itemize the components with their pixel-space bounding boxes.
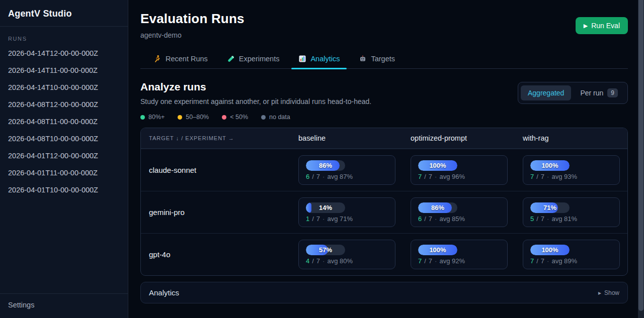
score-cell[interactable]: 86% 6 / 7 · avg 85% — [411, 197, 508, 227]
pass-count: 6 — [306, 173, 309, 180]
run-list-item[interactable]: 2026-04-01T10-00-00-000Z — [0, 181, 128, 198]
score-cell[interactable]: 100% 7 / 7 · avg 92% — [411, 240, 508, 269]
column-header-optimized-prompt: optimized-prompt — [411, 134, 523, 142]
score-percent: 14% — [306, 202, 345, 213]
avg-score: avg 89% — [551, 257, 577, 265]
analytics-panel-title: Analytics — [149, 288, 179, 297]
tab-label: Targets — [371, 55, 395, 63]
pass-count: 1 — [306, 215, 309, 223]
gray-dot-icon — [261, 115, 266, 120]
analyze-subtitle: Study one experiment against another, or… — [140, 97, 371, 105]
target-label: gpt-4o — [141, 250, 298, 259]
cell-stats: 7 / 7 · avg 93% — [530, 173, 612, 180]
legend-label: no data — [269, 114, 290, 121]
pass-count: 7 — [418, 173, 422, 180]
matrix-header-row: TARGET ↓ / EXPERIMENT → baseline optimiz… — [141, 128, 627, 149]
run-list-item[interactable]: 2026-04-08T11-00-00-000Z — [0, 113, 128, 130]
avg-score: avg 96% — [439, 173, 465, 180]
page-title: Evaluation Runs — [140, 11, 245, 27]
per-run-toggle[interactable]: Per run 9 — [573, 85, 625, 101]
tab-experiments[interactable]: Experiments — [220, 50, 287, 68]
comparison-matrix: TARGET ↓ / EXPERIMENT → baseline optimiz… — [140, 128, 628, 276]
run-list-item[interactable]: 2026-04-14T11-00-00-000Z — [0, 62, 128, 79]
score-percent: 86% — [418, 202, 457, 213]
total-count: 7 — [316, 173, 320, 180]
legend-item-high: 80%+ — [140, 114, 165, 121]
avg-score: avg 71% — [327, 215, 353, 223]
pass-count: 7 — [530, 173, 534, 180]
run-eval-button[interactable]: ▶ Run Eval — [576, 17, 628, 34]
avg-score: avg 81% — [551, 215, 577, 223]
score-cell[interactable]: 14% 1 / 7 · avg 71% — [298, 197, 395, 227]
total-count: 7 — [429, 257, 432, 265]
run-list-item[interactable]: 2026-04-08T10-00-00-000Z — [0, 130, 128, 147]
scrollbar-track[interactable] — [638, 0, 644, 318]
test-tube-icon — [227, 55, 235, 63]
yellow-dot-icon — [178, 115, 182, 120]
score-cell[interactable]: 86% 6 / 7 · avg 87% — [298, 155, 395, 185]
run-list-item[interactable]: 2026-04-14T12-00-00-000Z — [0, 45, 128, 62]
score-bar: 57% — [306, 245, 345, 255]
target-label: gemini-pro — [141, 208, 298, 217]
total-count: 7 — [541, 173, 544, 180]
total-count: 7 — [541, 257, 544, 265]
score-cell[interactable]: 100% 7 / 7 · avg 96% — [411, 155, 508, 185]
matrix-row-claude-sonnet: claude-sonnet 86% 6 / 7 · avg 87% 100% — [141, 149, 627, 191]
show-label: Show — [604, 289, 619, 296]
matrix-row-gpt-4o: gpt-4o 57% 4 / 7 · avg 80% 100% — [141, 233, 627, 275]
cell-stats: 7 / 7 · avg 89% — [530, 257, 612, 265]
green-dot-icon — [140, 115, 145, 120]
score-cell[interactable]: 100% 7 / 7 · avg 89% — [523, 240, 620, 269]
analytics-collapsed-panel[interactable]: Analytics ▸ Show — [140, 282, 628, 303]
tab-targets[interactable]: Targets — [352, 50, 402, 68]
run-list-item[interactable]: 2026-04-01T12-00-00-000Z — [0, 147, 128, 164]
analyze-title: Analyze runs — [140, 81, 371, 93]
legend-label: 80%+ — [148, 114, 165, 121]
score-percent: 100% — [418, 245, 457, 255]
aggregated-label: Aggregated — [528, 89, 564, 97]
main-content: Evaluation Runs agentv-demo ▶ Run Eval R… — [128, 0, 644, 318]
score-cell[interactable]: 100% 7 / 7 · avg 93% — [523, 155, 620, 185]
legend-item-nodata: no data — [261, 114, 290, 121]
run-list-item[interactable]: 2026-04-14T10-00-00-000Z — [0, 79, 128, 96]
run-list-item[interactable]: 2026-04-08T12-00-00-000Z — [0, 96, 128, 113]
pass-count: 7 — [418, 257, 422, 265]
runs-section-label: RUNS — [8, 36, 120, 42]
total-count: 7 — [429, 215, 432, 223]
tab-bar: Recent Runs Experiments Analytics — [140, 50, 628, 69]
show-toggle[interactable]: ▸ Show — [598, 289, 619, 296]
aggregated-toggle[interactable]: Aggregated — [521, 85, 571, 100]
red-dot-icon — [222, 115, 226, 120]
runner-icon — [153, 55, 162, 63]
settings-link[interactable]: Settings — [8, 301, 120, 309]
bar-chart-icon — [298, 55, 306, 63]
pass-count: 6 — [418, 215, 422, 223]
total-count: 7 — [316, 215, 320, 223]
scrollbar-thumb[interactable] — [638, 0, 643, 311]
tab-analytics[interactable]: Analytics — [291, 50, 347, 68]
avg-score: avg 80% — [327, 257, 353, 265]
view-mode-toggle: Aggregated Per run 9 — [518, 82, 628, 104]
pass-count: 4 — [306, 257, 309, 265]
chevron-right-icon: ▸ — [598, 289, 601, 296]
sidebar: AgentV Studio RUNS 2026-04-14T12-00-00-0… — [0, 0, 128, 318]
score-percent: 100% — [530, 160, 570, 171]
score-bar: 100% — [530, 160, 570, 171]
column-header-baseline: baseline — [298, 134, 411, 142]
pass-count: 5 — [530, 215, 534, 223]
avg-score: avg 93% — [551, 173, 577, 180]
score-cell[interactable]: 57% 4 / 7 · avg 80% — [298, 240, 395, 269]
run-list: 2026-04-14T12-00-00-000Z 2026-04-14T11-0… — [0, 45, 128, 198]
avg-score: avg 87% — [327, 173, 353, 180]
run-list-item[interactable]: 2026-04-01T11-00-00-000Z — [0, 164, 128, 181]
avg-score: avg 92% — [439, 257, 465, 265]
score-bar: 86% — [306, 160, 345, 171]
score-cell[interactable]: 71% 5 / 7 · avg 81% — [523, 197, 620, 227]
score-bar: 100% — [418, 245, 457, 255]
score-percent: 71% — [530, 202, 570, 213]
per-run-count-badge: 9 — [607, 88, 618, 97]
score-percent: 100% — [530, 245, 570, 255]
cell-stats: 1 / 7 · avg 71% — [306, 215, 388, 223]
tab-recent-runs[interactable]: Recent Runs — [146, 50, 215, 68]
score-bar: 100% — [530, 245, 570, 255]
